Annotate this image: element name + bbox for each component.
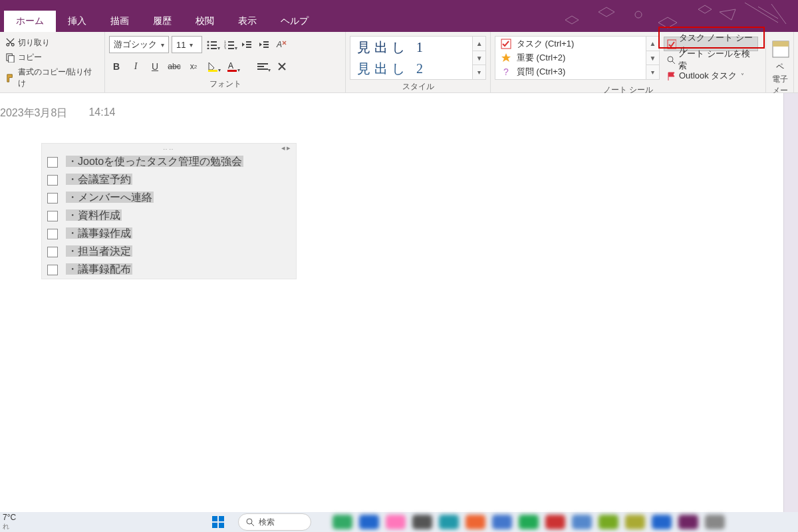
tags-scroll-up[interactable]: ▲	[646, 37, 659, 51]
svg-rect-19	[263, 44, 269, 45]
scissors-icon	[5, 38, 15, 48]
format-painter-button[interactable]: 書式のコピー/貼り付け	[4, 65, 100, 90]
align-button[interactable]	[255, 59, 270, 74]
todo-item[interactable]: ・会議室予約	[42, 171, 296, 189]
tag-important[interactable]: 重要 (Ctrl+2)	[495, 51, 646, 65]
taskbar-search[interactable]: 検索	[238, 513, 311, 531]
outlook-tasks-button[interactable]: Outlook タスク ˅	[664, 68, 758, 83]
numbering-button[interactable]: 123	[222, 37, 237, 52]
tab-view[interactable]: 表示	[226, 11, 269, 32]
delete-button[interactable]	[275, 59, 289, 74]
clear-format-button[interactable]: A	[274, 37, 289, 52]
note-grip[interactable]: ‥‥◂▸	[42, 144, 296, 153]
style-heading1[interactable]: 見出し 1	[350, 37, 472, 58]
tags-scroll: ▲ ▼ ▾	[646, 36, 660, 80]
svg-rect-16	[246, 44, 251, 45]
todo-checkbox[interactable]	[47, 229, 58, 239]
todo-item[interactable]: ・担当者決定	[42, 243, 296, 261]
svg-rect-10	[228, 41, 234, 43]
resize-handle[interactable]: ◂▸	[281, 144, 292, 152]
svg-rect-17	[246, 47, 251, 48]
svg-rect-18	[263, 41, 269, 43]
tag-task[interactable]: タスク (Ctrl+1)	[495, 37, 646, 51]
styles-scroll-up[interactable]: ▲	[473, 37, 485, 51]
format-painter-label: 書式のコピー/貼り付け	[18, 66, 99, 89]
todo-checkbox[interactable]	[47, 211, 58, 221]
svg-rect-24	[227, 70, 237, 72]
outlook-tasks-label: Outlook タスク	[679, 70, 737, 82]
todo-checkbox[interactable]	[47, 157, 58, 168]
font-name-select[interactable]: 游ゴシック	[109, 36, 169, 53]
font-size-select[interactable]: 11	[172, 36, 202, 53]
styles-expand[interactable]: ▾	[473, 65, 485, 79]
tag-question[interactable]: ? 質問 (Ctrl+3)	[495, 65, 646, 79]
tab-help[interactable]: ヘルプ	[269, 11, 321, 32]
page-time: 14:14	[88, 106, 115, 120]
strike-button[interactable]: abc	[167, 59, 182, 74]
todo-text: ・議事録配布	[66, 263, 132, 277]
styles-scroll-down[interactable]: ▼	[473, 51, 485, 65]
checkbox-icon	[501, 39, 511, 49]
italic-button[interactable]: I	[128, 59, 143, 74]
bold-button[interactable]: B	[109, 59, 124, 74]
todo-item[interactable]: ・Jootoを使ったタスク管理の勉強会	[42, 153, 296, 171]
highlight-icon	[207, 61, 219, 72]
highlight-button[interactable]	[205, 59, 220, 74]
todo-item[interactable]: ・議事録作成	[42, 225, 296, 243]
font-group-label: フォント	[109, 77, 341, 92]
todo-text: ・メンバーへ連絡	[66, 191, 154, 205]
decorative-pattern	[559, 0, 798, 32]
todo-item[interactable]: ・議事録配布	[42, 261, 296, 279]
font-color-button[interactable]: A	[225, 59, 239, 74]
numbering-icon: 123	[224, 40, 235, 49]
todo-item[interactable]: ・メンバーへ連絡	[42, 189, 296, 207]
todo-checkbox[interactable]	[47, 175, 58, 186]
copy-button[interactable]: コピー	[4, 51, 100, 65]
svg-rect-25	[257, 63, 268, 65]
todo-checkbox[interactable]	[47, 193, 58, 203]
question-icon: ?	[501, 66, 511, 77]
tab-history[interactable]: 履歴	[141, 11, 184, 32]
find-tags-button[interactable]: ノート シールを検索	[664, 53, 758, 67]
tags-gallery[interactable]: タスク (Ctrl+1) 重要 (Ctrl+2) ? 質問 (Ctrl+3)	[495, 36, 646, 80]
svg-point-3	[207, 41, 209, 43]
windows-taskbar[interactable]: 7°C れ 検索	[0, 512, 798, 532]
cut-button[interactable]: 切り取り	[4, 36, 100, 50]
tags-scroll-down[interactable]: ▼	[646, 51, 659, 65]
svg-point-31	[668, 57, 673, 62]
page-canvas[interactable]: 2023年3月8日 14:14 ‥‥◂▸ ・Jootoを使ったタスク管理の勉強会…	[0, 93, 798, 512]
todo-checkbox[interactable]	[47, 265, 58, 275]
bullets-icon	[207, 40, 217, 49]
svg-rect-20	[263, 47, 269, 48]
taskbar-blurred-apps	[326, 512, 798, 532]
checkbox-icon	[667, 39, 676, 49]
svg-rect-26	[257, 66, 264, 67]
styles-gallery[interactable]: 見出し 1 見出し 2	[350, 36, 473, 80]
weather-widget[interactable]: 7°C れ	[0, 513, 45, 531]
subscript-button[interactable]: x2	[186, 59, 201, 74]
windows-start-icon[interactable]	[211, 515, 225, 529]
star-icon	[501, 53, 511, 63]
tag-task-label: タスク (Ctrl+1)	[517, 38, 574, 50]
tab-draw[interactable]: 描画	[98, 11, 141, 32]
svg-text:3: 3	[224, 47, 226, 49]
tags-expand[interactable]: ▾	[646, 65, 659, 79]
ribbon: 切り取り コピー 書式のコピー/貼り付け クリップボード 游ゴシック 11 12…	[0, 32, 798, 93]
indent-button[interactable]	[257, 37, 271, 52]
tab-review[interactable]: 校閲	[184, 11, 226, 32]
weather-temp: 7°C	[3, 513, 45, 522]
note-container[interactable]: ‥‥◂▸ ・Jootoを使ったタスク管理の勉強会・会議室予約・メンバーへ連絡・資…	[41, 143, 297, 279]
style-heading2[interactable]: 見出し 2	[350, 58, 472, 79]
tab-insert[interactable]: 挿入	[56, 11, 98, 32]
email-page-icon[interactable]	[770, 37, 791, 61]
todo-item[interactable]: ・資料作成	[42, 207, 296, 225]
svg-rect-34	[212, 516, 217, 521]
underline-button[interactable]: U	[148, 59, 162, 74]
search-icon	[666, 55, 676, 65]
bullets-button[interactable]	[205, 37, 219, 52]
todo-checkbox[interactable]	[47, 247, 58, 257]
page-side-panel[interactable]	[783, 93, 798, 512]
tab-home[interactable]: ホーム	[4, 11, 56, 32]
outdent-button[interactable]	[239, 37, 254, 52]
svg-point-38	[247, 519, 252, 524]
